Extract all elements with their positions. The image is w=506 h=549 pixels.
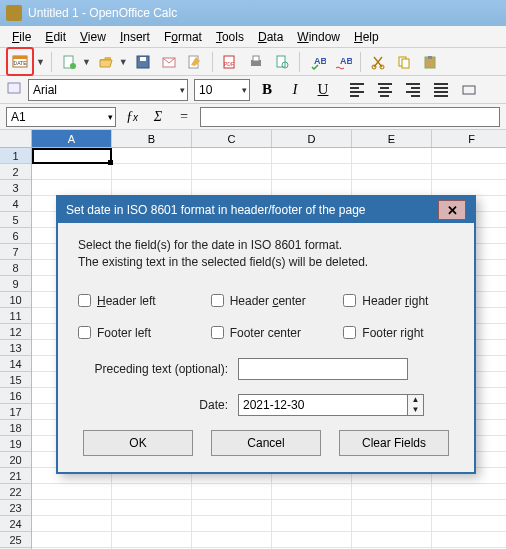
column-headers[interactable]: ABCDEF: [32, 130, 506, 148]
cell[interactable]: [272, 532, 352, 548]
cell[interactable]: [32, 532, 112, 548]
cell[interactable]: [432, 516, 506, 532]
styles-button[interactable]: [6, 80, 22, 99]
merge-cells-button[interactable]: [458, 79, 480, 101]
paste-button[interactable]: [419, 51, 441, 73]
row-header[interactable]: 9: [0, 276, 31, 292]
print-preview-button[interactable]: [271, 51, 293, 73]
cell[interactable]: [32, 180, 112, 196]
column-header[interactable]: F: [432, 130, 506, 147]
iso-date-extension-button[interactable]: DATE: [9, 50, 31, 72]
dropdown-arrow-icon[interactable]: ▼: [119, 57, 128, 67]
clear-fields-button[interactable]: Clear Fields: [339, 430, 449, 456]
cell[interactable]: [192, 532, 272, 548]
cell[interactable]: [32, 164, 112, 180]
cell[interactable]: [192, 500, 272, 516]
edit-mode-button[interactable]: [184, 51, 206, 73]
cell[interactable]: [352, 532, 432, 548]
cell[interactable]: [272, 500, 352, 516]
dialog-close-button[interactable]: ✕: [438, 200, 466, 220]
italic-button[interactable]: I: [284, 79, 306, 101]
row-header[interactable]: 15: [0, 372, 31, 388]
cell[interactable]: [352, 516, 432, 532]
cell[interactable]: [272, 484, 352, 500]
row-header[interactable]: 16: [0, 388, 31, 404]
row-header[interactable]: 3: [0, 180, 31, 196]
print-button[interactable]: [245, 51, 267, 73]
cell[interactable]: [192, 484, 272, 500]
align-left-button[interactable]: [346, 79, 368, 101]
cell[interactable]: [32, 500, 112, 516]
align-center-button[interactable]: [374, 79, 396, 101]
column-header[interactable]: E: [352, 130, 432, 147]
menu-help[interactable]: Help: [348, 28, 385, 46]
row-header[interactable]: 21: [0, 468, 31, 484]
cell[interactable]: [32, 148, 112, 164]
function-equals-button[interactable]: =: [174, 109, 194, 125]
menu-format[interactable]: Format: [158, 28, 208, 46]
row-header[interactable]: 14: [0, 356, 31, 372]
footer-right-checkbox[interactable]: Footer right: [343, 326, 454, 340]
cell[interactable]: [432, 180, 506, 196]
row-headers[interactable]: 1234567891011121314151617181920212223242…: [0, 148, 32, 549]
cell[interactable]: [112, 516, 192, 532]
row-header[interactable]: 11: [0, 308, 31, 324]
font-size-select[interactable]: 10 ▾: [194, 79, 250, 101]
cell[interactable]: [112, 164, 192, 180]
menu-view[interactable]: View: [74, 28, 112, 46]
cancel-button[interactable]: Cancel: [211, 430, 321, 456]
new-document-button[interactable]: [58, 51, 80, 73]
column-header[interactable]: A: [32, 130, 112, 147]
sum-button[interactable]: Σ: [148, 109, 168, 125]
cell[interactable]: [272, 148, 352, 164]
row-header[interactable]: 2: [0, 164, 31, 180]
column-header[interactable]: C: [192, 130, 272, 147]
row-header[interactable]: 13: [0, 340, 31, 356]
row-header[interactable]: 25: [0, 532, 31, 548]
row-header[interactable]: 12: [0, 324, 31, 340]
name-box[interactable]: A1 ▾: [6, 107, 116, 127]
spinner-down-icon[interactable]: ▼: [408, 405, 423, 415]
menu-edit[interactable]: Edit: [39, 28, 72, 46]
export-pdf-button[interactable]: PDF: [219, 51, 241, 73]
bold-button[interactable]: B: [256, 79, 278, 101]
cell[interactable]: [112, 180, 192, 196]
menu-file[interactable]: File: [6, 28, 37, 46]
cell[interactable]: [352, 484, 432, 500]
formula-input[interactable]: [200, 107, 500, 127]
function-wizard-button[interactable]: ƒx: [122, 109, 142, 125]
row-header[interactable]: 1: [0, 148, 31, 164]
cell[interactable]: [192, 180, 272, 196]
cell[interactable]: [272, 164, 352, 180]
row-header[interactable]: 4: [0, 196, 31, 212]
align-right-button[interactable]: [402, 79, 424, 101]
copy-button[interactable]: [393, 51, 415, 73]
cell[interactable]: [352, 180, 432, 196]
cell[interactable]: [112, 148, 192, 164]
save-button[interactable]: [132, 51, 154, 73]
spinner-up-icon[interactable]: ▲: [408, 395, 423, 405]
cell[interactable]: [32, 516, 112, 532]
ok-button[interactable]: OK: [83, 430, 193, 456]
row-header[interactable]: 22: [0, 484, 31, 500]
row-header[interactable]: 6: [0, 228, 31, 244]
underline-button[interactable]: U: [312, 79, 334, 101]
select-all-corner[interactable]: [0, 130, 32, 148]
footer-left-checkbox[interactable]: Footer left: [78, 326, 189, 340]
dropdown-arrow-icon[interactable]: ▼: [82, 57, 91, 67]
cell[interactable]: [32, 484, 112, 500]
spellcheck-button[interactable]: ABC: [306, 51, 328, 73]
cell[interactable]: [432, 484, 506, 500]
row-header[interactable]: 10: [0, 292, 31, 308]
row-header[interactable]: 19: [0, 436, 31, 452]
open-button[interactable]: [95, 51, 117, 73]
menu-tools[interactable]: Tools: [210, 28, 250, 46]
cell[interactable]: [112, 484, 192, 500]
cell[interactable]: [192, 164, 272, 180]
dropdown-arrow-icon[interactable]: ▼: [36, 57, 45, 67]
cell[interactable]: [272, 180, 352, 196]
cell[interactable]: [432, 148, 506, 164]
cell[interactable]: [432, 500, 506, 516]
auto-spellcheck-button[interactable]: ABC: [332, 51, 354, 73]
cell[interactable]: [112, 500, 192, 516]
